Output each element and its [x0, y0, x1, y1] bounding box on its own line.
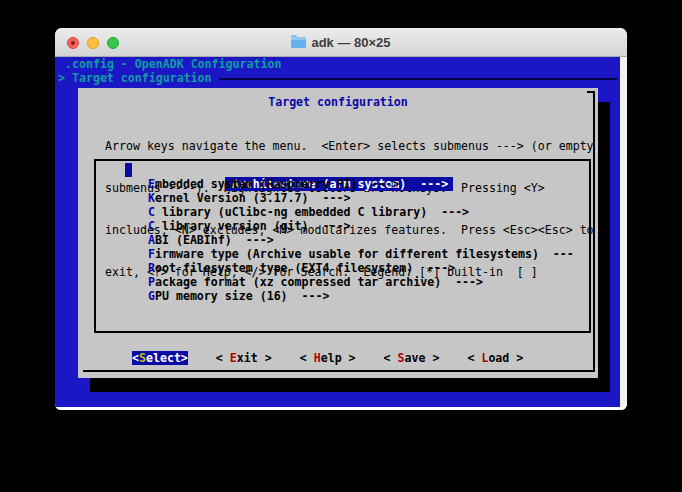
menu-item-label: library (uClibc-ng embedded C library) -…	[155, 205, 469, 219]
menu-item-root-filesystem[interactable]: Root filesystem type (EXT4 filesystem) -…	[96, 261, 589, 275]
button-hotkey: S	[398, 351, 405, 365]
dialog-border-corner	[587, 91, 595, 93]
exit-button[interactable]: < Exit >	[216, 351, 272, 365]
menu-item-hotkey: C	[148, 219, 155, 233]
menu-item-label: library version (git) --->	[155, 219, 350, 233]
window-bottom-edge	[55, 407, 627, 410]
window-title: adk — 80×25	[55, 28, 627, 56]
help-button[interactable]: < Help >	[300, 351, 356, 365]
menu-item-hotkey: C	[148, 205, 155, 219]
load-button[interactable]: < Load >	[467, 351, 523, 365]
menu-item-hotkey: R	[148, 261, 155, 275]
menu-item-label: oot filesystem type (EXT4 filesystem) --…	[155, 261, 455, 275]
menu-item-hotkey: P	[148, 275, 155, 289]
terminal-screen[interactable]: .config - OpenADK Configuration > Target…	[55, 57, 620, 407]
menu-item-gpu-memory[interactable]: GPU memory size (16) --->	[96, 289, 589, 303]
terminal-scrollbar[interactable]	[620, 57, 627, 407]
dialog-border-bottom	[83, 370, 595, 372]
menu-item-abi[interactable]: ABI (EABIhf) --->	[96, 233, 589, 247]
save-button[interactable]: < Save >	[384, 351, 440, 365]
window-title-text: adk — 80×25	[311, 35, 390, 50]
menu-item-hotkey: A	[148, 233, 155, 247]
menu-item-label: mbedded system (Raspberry PI) --->	[155, 177, 399, 191]
button-hotkey: S	[139, 351, 146, 365]
backtitle: .config - OpenADK Configuration	[65, 57, 281, 71]
breadcrumb-rule	[219, 78, 617, 80]
menu-item-kernel-version[interactable]: Kernel Version (3.17.7) --->	[96, 191, 589, 205]
menu-item-label: ernel Version (3.17.7) --->	[155, 191, 350, 205]
button-hotkey: H	[314, 351, 321, 365]
breadcrumb: > Target configuration	[58, 71, 212, 85]
folder-icon	[291, 37, 306, 48]
menu-item-c-library-version[interactable]: C library version (git) --->	[96, 219, 589, 233]
menu-item-label: ackage format (xz compressed tar archive…	[155, 275, 483, 289]
menu-list: Architecture (arm system) ---> Embedded …	[94, 159, 591, 333]
menu-item-hotkey: F	[148, 247, 155, 261]
terminal-cursor	[125, 163, 132, 177]
menu-item-embedded-system[interactable]: Embedded system (Raspberry PI) --->	[96, 177, 589, 191]
button-hotkey: E	[230, 351, 237, 365]
menu-item-label: irmware type (Archive usable for differe…	[155, 247, 574, 261]
menu-item-package-format[interactable]: Package format (xz compressed tar archiv…	[96, 275, 589, 289]
menu-item-c-library[interactable]: C library (uClibc-ng embedded C library)…	[96, 205, 589, 219]
menu-item-firmware-type[interactable]: Firmware type (Archive usable for differ…	[96, 247, 589, 261]
menu-item-label: BI (EABIhf) --->	[155, 233, 274, 247]
instruction-line: Arrow keys navigate the menu. <Enter> se…	[105, 139, 594, 153]
config-dialog: Target configuration Arrow keys navigate…	[78, 88, 598, 378]
window-titlebar[interactable]: adk — 80×25	[55, 28, 627, 57]
menu-item-hotkey: K	[148, 191, 155, 205]
menu-item-label: PU memory size (16) --->	[155, 289, 330, 303]
terminal-window: adk — 80×25 .config - OpenADK Configurat…	[55, 28, 627, 410]
dialog-buttons: <Select> < Exit > < Help > < Save > < Lo…	[132, 351, 523, 365]
dialog-title: Target configuration	[78, 95, 598, 109]
menu-item-hotkey: G	[148, 289, 155, 303]
menu-item-hotkey: E	[148, 177, 155, 191]
select-button[interactable]: <Select>	[132, 351, 188, 365]
menu-item-architecture[interactable]: Architecture (arm system) --->	[96, 163, 589, 177]
